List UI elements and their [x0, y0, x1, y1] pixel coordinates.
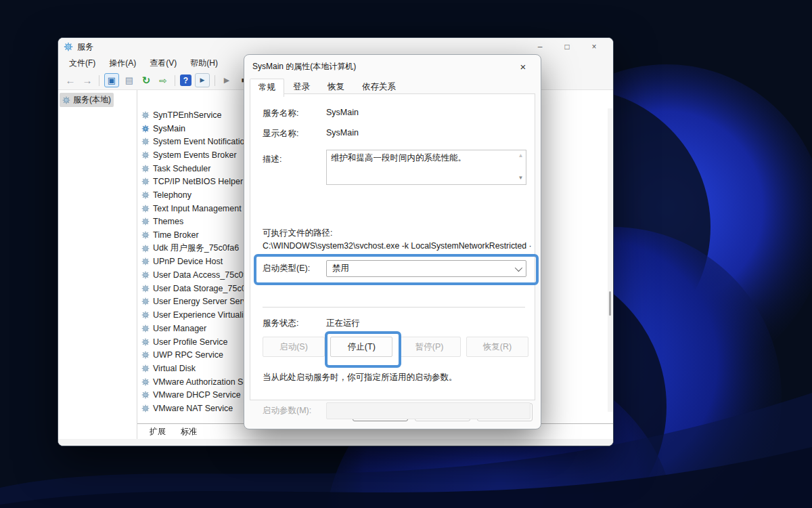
service-name: TCP/IP NetBIOS Helper — [153, 177, 243, 186]
service-name: UPnP Device Host — [153, 257, 223, 266]
description-scrollbar[interactable]: ▲ ▼ — [516, 151, 525, 184]
sysmain-properties-dialog: SysMain 的属性(本地计算机) × 常规登录恢复依存关系 服务名称: Sy… — [244, 54, 541, 429]
section-divider — [263, 307, 525, 308]
toolbar-separator[interactable] — [99, 75, 99, 86]
refresh-icon[interactable]: ↻ — [139, 74, 153, 87]
view-tab-extended[interactable]: 扩展 — [140, 424, 175, 439]
properties-icon[interactable]: ▤ — [122, 74, 136, 87]
service-gear-icon — [141, 311, 150, 319]
stop-button[interactable]: 停止(T) — [330, 337, 392, 357]
dialog-close-icon[interactable]: × — [514, 61, 533, 72]
service-gear-icon — [141, 165, 150, 173]
list-scrollbar[interactable] — [608, 108, 612, 412]
description-text: 维护和提高一段时间内的系统性能。 — [331, 153, 466, 163]
minimize-button[interactable]: – — [526, 39, 554, 55]
service-gear-icon — [141, 191, 150, 199]
tab-logon[interactable]: 登录 — [284, 78, 319, 96]
service-name-value: SysMain — [326, 108, 359, 117]
scroll-down-icon[interactable]: ▼ — [518, 175, 524, 182]
toolbar-separator[interactable] — [175, 75, 175, 86]
description-label: 描述: — [263, 150, 326, 165]
service-name-row: 服务名称: SysMain — [263, 108, 526, 119]
service-name: User Data Storage_75c0f — [153, 284, 248, 293]
display-name-label: 显示名称: — [263, 128, 326, 140]
service-name: Time Broker — [153, 230, 199, 240]
window-title: 服务 — [77, 41, 93, 53]
service-name: User Profile Service — [153, 337, 227, 347]
service-gear-icon — [141, 364, 150, 373]
back-icon[interactable]: ← — [64, 74, 77, 87]
service-name: User Energy Server Servi — [153, 297, 249, 306]
service-name: SynTPEnhService — [153, 110, 221, 120]
tree-item-label: 服务(本地) — [73, 94, 111, 106]
service-gear-icon — [141, 217, 150, 226]
service-gear-icon — [141, 177, 150, 186]
service-name: Task Scheduler — [153, 164, 210, 173]
service-name-label: 服务名称: — [263, 108, 326, 119]
service-status-row: 服务状态: 正在运行 — [263, 318, 526, 329]
service-gear-icon — [141, 111, 150, 119]
service-name: VMware Authorization Se — [153, 377, 248, 387]
service-gear-icon — [141, 245, 150, 253]
service-name: Udk 用户服务_75c0fa6 — [153, 242, 239, 254]
service-gear-icon — [141, 338, 150, 346]
service-name: UWP RPC Service — [153, 350, 223, 360]
menu-file[interactable]: 文件(F) — [64, 56, 101, 70]
service-gear-icon — [141, 137, 150, 146]
service-gear-icon — [141, 231, 150, 239]
export-icon[interactable]: ⇨ — [156, 74, 170, 87]
service-name: User Experience Virtualiz — [153, 310, 248, 320]
dialog-title: SysMain 的属性(本地计算机) — [252, 61, 356, 72]
service-gear-icon — [141, 351, 150, 359]
start-service-icon[interactable]: ▶ — [220, 74, 233, 87]
startup-type-dropdown[interactable]: 禁用 — [326, 260, 526, 277]
menu-action[interactable]: 操作(A) — [104, 56, 141, 70]
service-name: Themes — [153, 217, 183, 226]
description-textbox[interactable]: 维护和提高一段时间内的系统性能。 ▲ ▼ — [326, 150, 526, 185]
service-gear-icon — [141, 284, 150, 293]
forward-icon[interactable]: → — [81, 74, 94, 87]
service-gear-icon — [141, 404, 150, 412]
maximize-button[interactable]: □ — [554, 39, 581, 55]
tab-recovery[interactable]: 恢复 — [319, 78, 353, 96]
startup-type-row: 启动类型(E): 禁用 — [263, 260, 526, 277]
start-button[interactable]: 启动(S) — [263, 337, 325, 357]
scroll-up-icon[interactable]: ▲ — [518, 152, 524, 160]
chevron-down-icon — [515, 263, 522, 271]
service-name: Telephony — [153, 190, 191, 200]
startup-params-row: 启动参数(M): — [263, 402, 531, 419]
display-name-row: 显示名称: SysMain — [263, 128, 526, 140]
service-gear-icon — [141, 391, 150, 399]
console-window-icon[interactable]: ▣ — [104, 73, 119, 87]
view-tab-standard[interactable]: 标准 — [171, 424, 206, 439]
tab-general[interactable]: 常规 — [250, 79, 284, 97]
path-value: C:\WINDOWS\system32\svchost.exe -k Local… — [263, 241, 532, 251]
console-tree-pane: 服务(本地) — [58, 90, 137, 439]
startup-type-label: 启动类型(E): — [263, 263, 326, 274]
service-gear-icon — [141, 378, 150, 386]
resume-button[interactable]: 恢复(R) — [466, 337, 528, 357]
display-name-value: SysMain — [326, 128, 359, 137]
scrollbar-thumb[interactable] — [609, 291, 611, 316]
tree-item-services-local[interactable]: 服务(本地) — [60, 93, 114, 107]
service-name: User Data Access_75c0fa — [153, 270, 250, 280]
titlebar: 服务 – □ × — [58, 38, 613, 56]
menu-help[interactable]: 帮助(H) — [185, 56, 223, 70]
media-pane-icon[interactable]: ▶ — [195, 73, 210, 87]
service-gear-icon — [141, 324, 150, 333]
close-button[interactable]: × — [581, 39, 608, 55]
help-icon[interactable]: ? — [180, 75, 191, 86]
service-gear-icon — [141, 205, 150, 213]
description-row: 描述: 维护和提高一段时间内的系统性能。 ▲ ▼ — [263, 150, 526, 185]
service-name: System Events Broker — [153, 150, 237, 160]
dialog-titlebar: SysMain 的属性(本地计算机) × — [244, 55, 541, 78]
service-name: Virtual Disk — [153, 364, 196, 373]
toolbar-separator[interactable] — [215, 75, 215, 86]
tab-dependencies[interactable]: 依存关系 — [353, 78, 405, 96]
startup-params-label: 启动参数(M): — [263, 405, 326, 417]
menu-view[interactable]: 查看(V) — [144, 56, 182, 70]
startup-params-input[interactable] — [326, 402, 531, 419]
services-node-icon — [62, 96, 70, 104]
service-name: Text Input Management — [153, 204, 242, 213]
pause-button[interactable]: 暂停(P) — [399, 337, 461, 357]
